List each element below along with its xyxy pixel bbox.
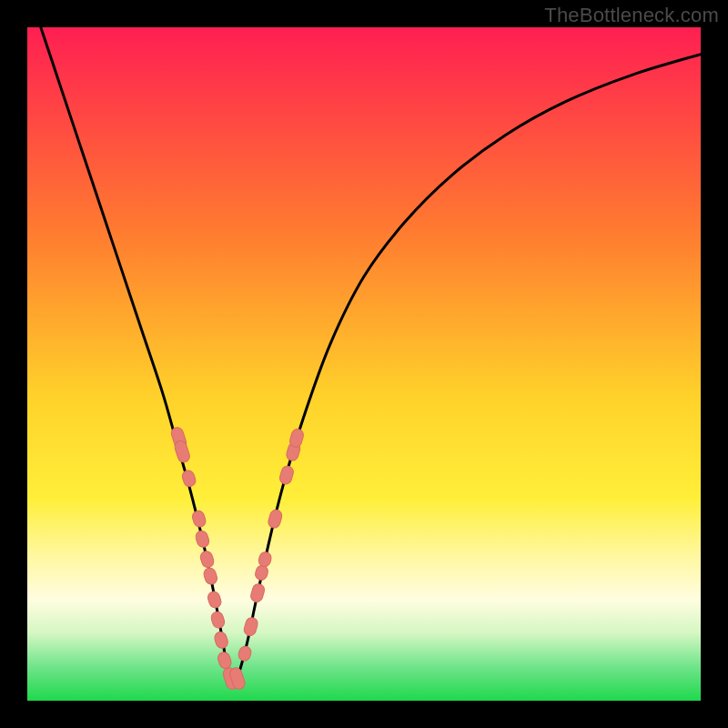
curve-marker xyxy=(199,550,216,569)
curve-marker xyxy=(191,510,207,529)
curve-marker xyxy=(254,564,269,581)
curve-marker xyxy=(267,509,283,530)
curve-marker xyxy=(249,582,266,603)
curve-marker xyxy=(243,616,259,637)
bottleneck-curve xyxy=(27,27,701,701)
watermark-text: TheBottleneck.com xyxy=(544,4,719,27)
curve-marker xyxy=(173,440,191,464)
curve-marker xyxy=(194,530,210,549)
curve-marker xyxy=(213,631,229,650)
curve-marker xyxy=(207,590,223,609)
curve-marker xyxy=(217,651,233,670)
curve-marker xyxy=(209,611,226,630)
curve-marker xyxy=(181,469,197,488)
chart-frame: TheBottleneck.com xyxy=(0,0,728,728)
plot-area xyxy=(27,27,701,701)
curve-marker xyxy=(278,465,295,486)
curve-marker xyxy=(258,551,273,568)
curve-marker xyxy=(202,567,218,586)
curve-marker xyxy=(238,645,253,662)
